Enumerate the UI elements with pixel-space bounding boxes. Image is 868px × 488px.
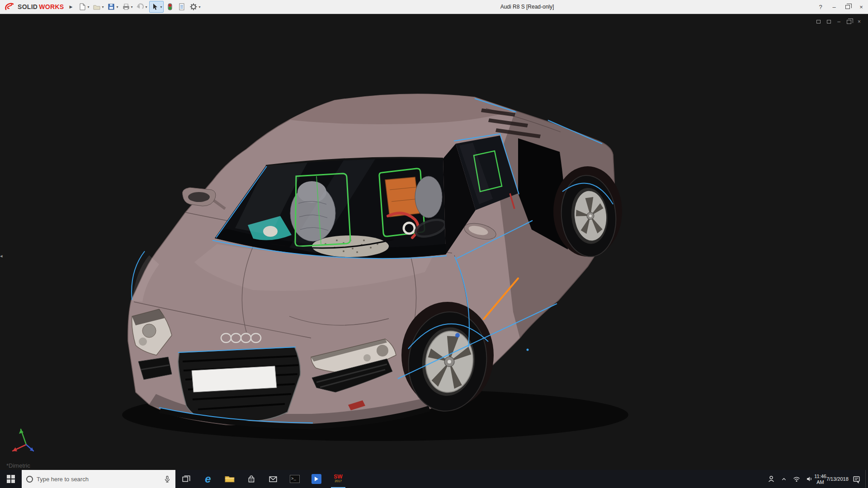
action-center-icon xyxy=(852,475,861,483)
select-arrow-icon xyxy=(151,3,159,11)
featuremanager-flyout-arrow[interactable]: ◂ xyxy=(0,253,3,259)
new-document-button[interactable]: ▾ xyxy=(77,1,90,13)
microphone-icon[interactable] xyxy=(164,475,171,483)
doc-new-window-button[interactable] xyxy=(816,20,821,23)
dropdown-caret[interactable]: ▾ xyxy=(87,5,89,9)
mail-button[interactable] xyxy=(262,470,284,488)
print-button[interactable]: ▾ xyxy=(120,1,134,13)
window-controls: ? – × xyxy=(814,0,868,14)
blue-app-icon xyxy=(311,474,321,484)
close-button[interactable]: × xyxy=(854,0,868,14)
restore-icon xyxy=(845,5,850,9)
clock-date: 7/13/2018 xyxy=(826,476,849,482)
view-orientation-label: *Dimetric xyxy=(6,462,30,469)
select-button[interactable]: ▾ xyxy=(149,1,164,13)
open-button[interactable]: ▾ xyxy=(91,1,105,13)
open-folder-icon xyxy=(93,3,101,11)
orange-console xyxy=(385,177,420,217)
ds-logo-icon xyxy=(5,2,16,11)
doc-minimize-button[interactable]: – xyxy=(837,19,840,25)
window-icon xyxy=(827,20,831,23)
task-view-button[interactable] xyxy=(175,470,197,488)
minimize-button[interactable]: – xyxy=(827,0,841,14)
taskbar-clock[interactable]: 11:46 AM 7/13/2018 xyxy=(816,473,847,485)
dropdown-caret[interactable]: ▾ xyxy=(131,5,132,9)
command-prompt-button[interactable]: >_ xyxy=(284,470,306,488)
print-icon xyxy=(122,3,130,11)
graphics-area: – × *Dimetric ◂ xyxy=(0,14,868,470)
doc-window-list-button[interactable] xyxy=(827,20,831,23)
dropdown-caret[interactable]: ▾ xyxy=(160,5,162,9)
license-plate xyxy=(192,366,277,392)
window-title: Audi R8 S [Read-only] xyxy=(500,0,554,14)
clock-time: 11:46 AM xyxy=(814,474,826,485)
save-icon xyxy=(107,3,115,11)
wifi-icon xyxy=(793,475,801,483)
dropdown-caret[interactable]: ▾ xyxy=(116,5,118,9)
edge-icon: e xyxy=(205,473,211,485)
store-button[interactable] xyxy=(241,470,262,488)
chevron-up-icon xyxy=(780,475,788,483)
brand-solid: SOLID xyxy=(18,3,38,10)
solidworks-taskbar-button[interactable]: SW 2017 xyxy=(327,470,349,488)
taskbar: e >_ SW 2017 xyxy=(0,470,868,488)
action-center-button[interactable] xyxy=(847,470,865,488)
rebuild-icon xyxy=(166,3,174,11)
dropdown-caret[interactable]: ▾ xyxy=(145,5,147,9)
titlebar: SOLIDWORKS ▶ ▾ ▾ ▾ ▾ xyxy=(0,0,868,14)
edge-button[interactable]: e xyxy=(197,470,219,488)
rebuild-button[interactable] xyxy=(165,1,175,13)
mail-icon xyxy=(269,474,278,483)
file-properties-icon xyxy=(178,3,186,11)
undo-button[interactable]: ▾ xyxy=(135,1,148,13)
search-input[interactable] xyxy=(37,476,160,483)
passenger-seat xyxy=(415,176,442,218)
people-button[interactable] xyxy=(765,470,778,488)
show-desktop-button[interactable] xyxy=(865,470,868,488)
restore-button[interactable] xyxy=(841,0,854,14)
brand-works: WORKS xyxy=(39,3,64,10)
restore-icon xyxy=(847,20,851,24)
undo-icon xyxy=(136,3,144,11)
system-tray: 11:46 AM 7/13/2018 xyxy=(765,470,868,488)
tray-overflow-button[interactable] xyxy=(778,470,790,488)
speaker-icon xyxy=(805,475,813,483)
cortana-icon xyxy=(26,476,33,483)
dropdown-caret[interactable]: ▾ xyxy=(198,5,200,9)
options-button[interactable]: ▾ xyxy=(188,1,202,13)
new-document-icon xyxy=(78,3,86,11)
solidworks-app-icon: SW 2017 xyxy=(334,474,342,483)
windows-logo-icon xyxy=(7,475,15,483)
solidworks-logo: SOLIDWORKS xyxy=(0,2,66,11)
file-explorer-icon xyxy=(225,474,235,483)
car-model[interactable] xyxy=(128,94,622,429)
network-button[interactable] xyxy=(790,470,803,488)
doc-restore-button[interactable] xyxy=(847,20,851,24)
doc-close-button[interactable]: × xyxy=(858,19,861,25)
3d-viewport-scene[interactable] xyxy=(0,14,868,470)
volume-button[interactable] xyxy=(803,470,816,488)
options-gear-icon xyxy=(189,3,198,11)
command-prompt-icon: >_ xyxy=(290,475,300,483)
file-explorer-button[interactable] xyxy=(219,470,241,488)
save-button[interactable]: ▾ xyxy=(106,1,119,13)
people-icon xyxy=(767,475,775,483)
store-icon xyxy=(247,474,256,483)
blue-app-button[interactable] xyxy=(306,470,327,488)
menu-expand-button[interactable]: ▶ xyxy=(66,3,77,11)
brake-caliper xyxy=(455,333,460,338)
help-button[interactable]: ? xyxy=(814,0,827,14)
file-properties-button[interactable] xyxy=(176,1,187,13)
start-button[interactable] xyxy=(0,470,22,488)
front-grille xyxy=(178,347,300,421)
dropdown-caret[interactable]: ▾ xyxy=(102,5,104,9)
task-view-icon xyxy=(182,474,191,483)
taskbar-search[interactable] xyxy=(22,470,175,488)
main-toolbar: ▾ ▾ ▾ ▾ ▾ xyxy=(77,1,202,13)
window-icon xyxy=(816,20,821,23)
document-window-controls: – × xyxy=(816,19,861,25)
reference-triad xyxy=(13,429,33,451)
